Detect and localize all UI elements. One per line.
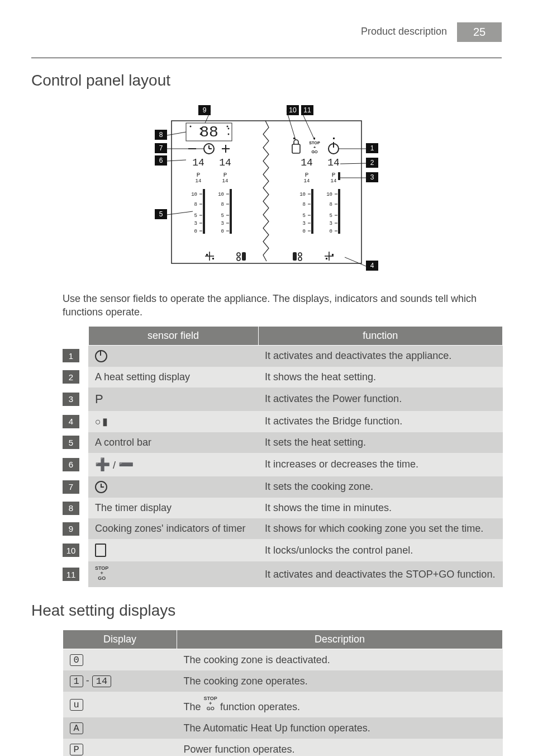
sensor-field-cell: ➕ / ➖ — [88, 453, 258, 476]
svg-text:3: 3 — [330, 221, 332, 226]
row-index: 4 — [63, 411, 88, 432]
svg-point-85 — [237, 257, 240, 261]
svg-text:1: 1 — [370, 144, 374, 152]
control-panel-diagram: 88 STOP + GO — [31, 100, 502, 284]
svg-text:8: 8 — [194, 202, 197, 207]
display-cell: 0 — [63, 649, 177, 671]
svg-text:P: P — [332, 172, 336, 178]
sensor-field-cell — [88, 345, 258, 367]
control-panel-svg: 88 STOP + GO — [132, 100, 401, 284]
svg-text:5: 5 — [159, 210, 163, 218]
sensor-field-cell: A heat setting display — [88, 367, 258, 388]
function-cell: It locks/unlocks the control panel. — [258, 539, 503, 561]
svg-rect-86 — [242, 252, 246, 261]
svg-point-3 — [227, 126, 229, 127]
svg-text:P: P — [223, 172, 227, 178]
row-index: 1 — [63, 345, 88, 367]
sensor-field-cell: Cooking zones' indicators of timer — [88, 518, 258, 539]
display-cell: A — [63, 717, 177, 739]
bridge-icon: ○▮ — [95, 416, 109, 427]
svg-point-7 — [228, 134, 230, 135]
svg-point-84 — [237, 253, 240, 256]
function-cell: It shows the heat setting. — [258, 367, 503, 388]
function-cell: It increases or decreases the time. — [258, 453, 503, 476]
stop-go-icon: STOP+GO — [95, 566, 108, 581]
svg-text:P: P — [197, 172, 201, 178]
svg-rect-22 — [333, 138, 335, 139]
row-index: 7 — [63, 476, 88, 498]
svg-point-88 — [298, 257, 302, 261]
svg-text:3: 3 — [303, 221, 306, 226]
description-cell: The cooking zone operates. — [177, 670, 503, 692]
svg-rect-83 — [212, 258, 214, 259]
display-cell: u — [63, 692, 177, 717]
svg-text:14: 14 — [327, 157, 340, 168]
svg-point-4 — [200, 128, 202, 130]
svg-rect-26 — [203, 189, 205, 234]
svg-text:0: 0 — [303, 229, 306, 234]
th-display: Display — [63, 630, 177, 649]
page-header: Product description 25 — [31, 22, 502, 42]
svg-text:3: 3 — [370, 173, 374, 181]
header-rule — [31, 58, 502, 58]
svg-text:5: 5 — [303, 213, 306, 219]
svg-text:2: 2 — [370, 159, 374, 167]
svg-text:8: 8 — [303, 202, 306, 207]
section-name: Product description — [361, 22, 457, 42]
row-index: 9 — [63, 518, 88, 539]
svg-text:14: 14 — [301, 157, 313, 168]
sensor-field-cell: A control bar — [88, 432, 258, 453]
svg-text:10: 10 — [191, 192, 197, 197]
th-description: Description — [177, 630, 503, 649]
svg-point-6 — [228, 128, 230, 130]
svg-point-2 — [190, 126, 192, 127]
function-cell: It activates and deactivates the STOP+GO… — [258, 561, 503, 587]
sensor-field-cell — [88, 539, 258, 561]
svg-text:11: 11 — [303, 106, 311, 114]
description-cell: The cooking zone is deactivated. — [177, 649, 503, 671]
function-cell: It sets the cooking zone. — [258, 476, 503, 498]
svg-rect-54 — [311, 189, 313, 234]
heat-display-table: Display Description 0The cooking zone is… — [63, 630, 503, 756]
row-index: 6 — [63, 453, 88, 476]
svg-text:0: 0 — [221, 229, 224, 234]
row-index: 10 — [63, 539, 88, 561]
svg-text:6: 6 — [159, 157, 163, 164]
sensor-field-cell — [88, 476, 258, 498]
function-cell: It activates the Power function. — [258, 388, 503, 411]
svg-rect-89 — [293, 252, 297, 261]
function-cell: It sets the heat setting. — [258, 432, 503, 453]
row-index: 11 — [63, 561, 88, 587]
sensor-field-cell: The timer display — [88, 498, 258, 518]
stop-go-icon: STOP+GO — [204, 696, 217, 711]
sensor-field-cell: STOP+GO — [88, 561, 258, 587]
th-sensor-field: sensor field — [88, 326, 258, 345]
clock-icon — [95, 481, 107, 493]
svg-point-87 — [298, 253, 302, 256]
sensor-field-cell: P — [88, 388, 258, 411]
lock-icon — [95, 544, 106, 557]
svg-text:14: 14 — [222, 178, 229, 184]
svg-text:8: 8 — [221, 202, 224, 207]
svg-text:GO: GO — [311, 149, 318, 154]
svg-text:14: 14 — [331, 178, 337, 184]
display-cell: P — [63, 739, 177, 756]
svg-text:5: 5 — [330, 213, 332, 219]
svg-rect-93 — [326, 258, 327, 259]
svg-line-97 — [340, 163, 366, 164]
svg-text:10: 10 — [218, 192, 224, 197]
diagram-timer-digits: 88 — [199, 124, 218, 141]
svg-text:0: 0 — [330, 229, 332, 234]
section-title-control-panel: Control panel layout — [31, 72, 502, 89]
svg-rect-40 — [230, 189, 232, 234]
description-cell: The Automatic Heat Up function operates. — [177, 717, 503, 739]
svg-rect-92 — [332, 254, 334, 256]
svg-text:7: 7 — [159, 144, 163, 152]
svg-text:5: 5 — [221, 213, 224, 219]
svg-text:8: 8 — [159, 131, 163, 139]
svg-line-115 — [167, 132, 186, 135]
row-index: 3 — [63, 388, 88, 411]
row-index: 5 — [63, 432, 88, 453]
section-title-heat-displays: Heat setting displays — [31, 602, 502, 620]
svg-rect-14 — [292, 144, 300, 153]
